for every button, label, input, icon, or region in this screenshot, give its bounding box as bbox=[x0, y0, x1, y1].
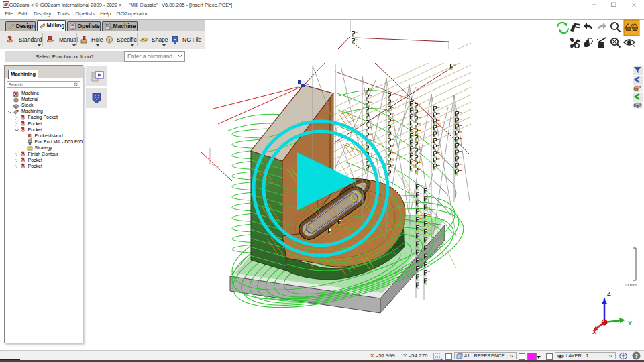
svg-text:10 mm: 10 mm bbox=[624, 282, 637, 287]
svg-text:?: ? bbox=[635, 353, 639, 359]
svg-text:Y: Y bbox=[628, 320, 632, 326]
svg-text:X: X bbox=[592, 328, 596, 335]
svg-text:Z: Z bbox=[607, 290, 611, 297]
